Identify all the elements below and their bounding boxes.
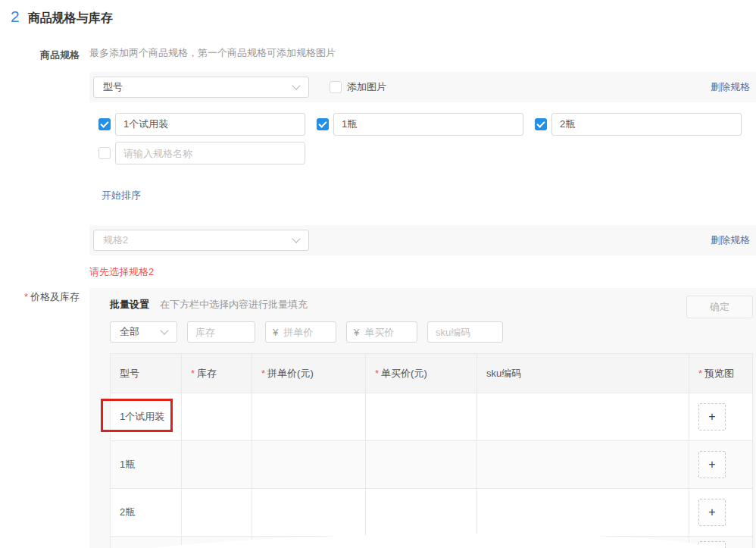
spec2-name-select[interactable]: 规格2	[93, 230, 309, 251]
delete-spec2-link[interactable]: 删除规格	[711, 233, 750, 247]
row-name-cell: 2瓶	[111, 489, 182, 537]
section-header: 2 商品规格与库存	[0, 0, 756, 27]
spec1-band: 型号 添加图片 删除规格	[89, 72, 756, 102]
step-number: 2	[11, 8, 20, 26]
stock-cell[interactable]	[182, 393, 252, 441]
table-row: 1个试用装 +	[111, 393, 753, 441]
group-price-cell	[252, 537, 366, 548]
stock-cell[interactable]	[182, 441, 252, 489]
row-name-cell: 1瓶	[111, 441, 182, 489]
confirm-button[interactable]: 确定	[686, 296, 753, 318]
required-asterisk: *	[698, 368, 702, 379]
required-asterisk: *	[375, 368, 379, 379]
spec-value-checkbox-checked[interactable]	[535, 118, 547, 130]
spec-label: 商品规格	[0, 46, 80, 279]
spec-value-checkbox-checked[interactable]	[317, 118, 329, 130]
batch-settings-hint: 在下方栏中选择内容进行批量填充	[160, 298, 308, 312]
page-title: 商品规格与库存	[28, 11, 113, 27]
spec1-values	[89, 113, 756, 171]
column-header-sku: sku编码	[477, 354, 689, 393]
row-name-cell: 1个试用装	[111, 393, 182, 441]
batch-group-price-input[interactable]	[283, 327, 329, 338]
sku-cell[interactable]	[477, 441, 689, 489]
batch-fill-bar: 全部 ¥ ¥	[110, 321, 756, 343]
single-price-cell[interactable]	[366, 489, 477, 537]
plus-icon: +	[708, 506, 715, 519]
table-header-row: 型号 *库存 *拼单价(元) *单买价(元) sku编码 *预览图	[111, 354, 753, 393]
column-header-single-price: *单买价(元)	[366, 354, 477, 393]
plus-icon: +	[708, 410, 715, 424]
sku-cell[interactable]	[477, 393, 689, 441]
batch-scope-value: 全部	[120, 325, 139, 339]
batch-stock-input[interactable]	[187, 321, 255, 343]
spec-value-item	[526, 113, 742, 136]
batch-group-price-field[interactable]: ¥	[265, 321, 336, 343]
column-header-group-price: *拼单价(元)	[252, 354, 366, 393]
spec-value-input-1[interactable]	[115, 113, 305, 136]
preview-cell: +	[689, 441, 753, 489]
spec-form-row: 商品规格 最多添加两个商品规格，第一个商品规格可添加规格图片 型号 添加图片 删…	[0, 46, 756, 279]
spec-value-item	[308, 113, 523, 136]
table-row-partial	[111, 537, 753, 548]
table-row: 2瓶 +	[111, 489, 753, 537]
spec2-band: 规格2 删除规格	[89, 225, 756, 255]
single-price-cell	[366, 537, 477, 548]
sku-cell	[477, 537, 689, 548]
preview-cell: +	[689, 489, 753, 537]
required-asterisk: *	[191, 368, 195, 379]
column-header-stock: *库存	[182, 354, 252, 393]
preview-cell: +	[689, 393, 753, 441]
upload-image-button[interactable]: +	[698, 403, 726, 431]
spec1-name-select[interactable]: 型号	[93, 77, 309, 98]
required-asterisk: *	[24, 291, 28, 302]
spec2-error-message: 请先选择规格2	[89, 265, 756, 279]
add-image-label: 添加图片	[347, 80, 386, 94]
column-header-preview: *预览图	[689, 354, 753, 393]
price-stock-panel: 批量设置 在下方栏中选择内容进行批量填充 确定 全部 ¥ ¥	[89, 288, 756, 548]
batch-settings-title: 批量设置	[110, 298, 149, 312]
spec-value-input-2[interactable]	[333, 113, 523, 136]
spec1-name-value: 型号	[103, 80, 123, 94]
column-header-model: 型号	[111, 354, 182, 393]
upload-image-button[interactable]: +	[698, 451, 726, 478]
table-row: 1瓶 +	[111, 441, 753, 489]
price-label-text: 价格及库存	[30, 291, 80, 302]
chevron-down-icon	[292, 234, 300, 243]
sku-cell[interactable]	[477, 489, 689, 537]
spec-value-input-3[interactable]	[551, 113, 742, 136]
group-price-cell[interactable]	[252, 489, 366, 537]
product-spec-page: 2 商品规格与库存 商品规格 最多添加两个商品规格，第一个商品规格可添加规格图片…	[0, 0, 756, 548]
single-price-cell[interactable]	[366, 441, 477, 489]
chevron-down-icon	[292, 81, 300, 89]
start-sort-link[interactable]: 开始排序	[102, 189, 141, 202]
batch-single-price-input[interactable]	[364, 327, 410, 338]
group-price-cell[interactable]	[252, 393, 366, 441]
stock-cell	[182, 537, 252, 548]
spec-value-item	[89, 113, 305, 136]
spec-value-checkbox-checked[interactable]	[98, 118, 111, 130]
batch-scope-select[interactable]: 全部	[110, 321, 177, 343]
yen-icon: ¥	[273, 327, 278, 338]
group-price-cell[interactable]	[252, 441, 366, 489]
price-form-row: *价格及库存 批量设置 在下方栏中选择内容进行批量填充 确定 全部 ¥ ¥	[0, 288, 756, 548]
spec-value-item-new	[89, 142, 305, 164]
batch-single-price-field[interactable]: ¥	[346, 321, 417, 343]
add-image-checkbox-group[interactable]: 添加图片	[330, 80, 386, 94]
yen-icon: ¥	[354, 327, 359, 338]
sku-table: 型号 *库存 *拼单价(元) *单买价(元) sku编码 *预览图 1个试用装	[110, 353, 753, 548]
spec-value-checkbox-unchecked[interactable]	[98, 147, 111, 159]
batch-sku-input[interactable]	[427, 321, 503, 343]
upload-image-button[interactable]	[698, 541, 726, 548]
stock-cell[interactable]	[182, 489, 252, 537]
upload-image-button[interactable]: +	[698, 499, 726, 526]
new-spec-value-input[interactable]	[115, 142, 305, 164]
chevron-down-icon	[160, 326, 168, 334]
batch-settings-header: 批量设置 在下方栏中选择内容进行批量填充	[110, 298, 756, 312]
single-price-cell[interactable]	[366, 393, 477, 441]
add-image-checkbox[interactable]	[330, 81, 342, 93]
spec2-placeholder: 规格2	[103, 233, 128, 247]
required-asterisk: *	[261, 368, 265, 379]
spec-hint: 最多添加两个商品规格，第一个商品规格可添加规格图片	[89, 46, 756, 60]
delete-spec1-link[interactable]: 删除规格	[711, 80, 750, 94]
price-label: *价格及库存	[0, 288, 80, 548]
